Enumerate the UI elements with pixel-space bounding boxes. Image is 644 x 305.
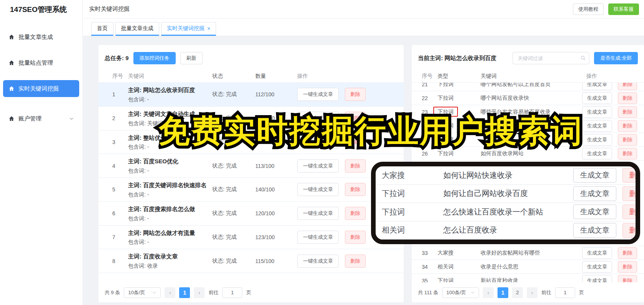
delete-button[interactable]: 删除	[618, 92, 637, 104]
page-2-button[interactable]: 2	[512, 287, 523, 298]
table-row[interactable]: 8 主词: 百度收录文章 包含词: 收录 状态: 完成 115/100 一键生成…	[98, 249, 404, 273]
task-count: 113/100	[255, 163, 297, 169]
keyword-type-value: 相关词	[438, 263, 454, 270]
generate-article-button[interactable]: 一键生成文章	[297, 159, 339, 173]
table-row[interactable]: 4 主词: 百度SEO优化 包含词: - 状态: 完成 113/100 一键生成…	[98, 154, 404, 178]
delete-button[interactable]: 删除	[618, 148, 637, 159]
generate-article-button[interactable]: 一键生成文章	[297, 136, 339, 149]
sidebar-item-article-generation[interactable]: 批量文章生成	[3, 28, 79, 45]
delete-button[interactable]: 删除	[618, 275, 637, 283]
delete-button[interactable]: 删除	[345, 88, 366, 101]
table-row[interactable]: 5 主词: 百度关键词排名快速排名 包含词: - 状态: 完成 140/100 …	[98, 178, 404, 202]
generate-article-button[interactable]: 生成文章	[582, 106, 612, 118]
delete-button[interactable]: 删除	[618, 247, 637, 259]
generate-article-button[interactable]: 生成文章	[573, 204, 616, 219]
delete-button[interactable]: 删除	[618, 106, 637, 118]
contact-support-button[interactable]: 联系客服	[608, 3, 639, 15]
breadcrumb: 实时关键词挖掘	[89, 5, 130, 13]
keyword-text: 怎么让百度收录	[443, 225, 573, 235]
generate-filter-button[interactable]: 是否生成:全部	[594, 52, 638, 64]
row-actions: 一键生成文章 删除	[297, 255, 404, 268]
table-row[interactable]: 6 主词: 百度搜索排名怎么做 包含词: - 状态: 完成 120/100 一键…	[98, 202, 404, 226]
delete-button[interactable]: 删除	[622, 168, 640, 183]
page-1-button[interactable]: 1	[179, 287, 190, 298]
table-row[interactable]: 26 下拉词 如何百度收录网站 生成文章 删除	[412, 147, 644, 161]
generate-article-button[interactable]: 生成文章	[582, 120, 612, 132]
task-status: 状态: 完成	[212, 163, 255, 169]
task-contain-word: 包含词: 关键词生成	[128, 120, 212, 127]
table-row[interactable]: 33 大家搜 收录好的发帖网站有哪些 生成文章 删除	[412, 246, 644, 260]
delete-button[interactable]: 删除	[345, 183, 366, 196]
generate-article-button[interactable]: 生成文章	[573, 186, 616, 201]
table-row[interactable]: 25 大家搜 生成文章 删除	[412, 133, 644, 147]
table-row[interactable]: 35 下拉词 新站百度秒收录 生成文章 删除	[412, 274, 644, 282]
delete-button[interactable]: 删除	[618, 261, 637, 273]
keyword-text: 如何让自己网站收录百度	[443, 188, 573, 199]
delete-button[interactable]: 删除	[345, 159, 366, 173]
table-row[interactable]: 3 主词: 整站优化 包含词: - 状态: 完成 一键生成文章 删除	[98, 131, 404, 154]
generate-article-button[interactable]: 一键生成文章	[297, 231, 339, 244]
row-index: 6	[98, 210, 128, 216]
next-page-button[interactable]: ›	[527, 287, 537, 298]
generate-article-button[interactable]: 一键生成文章	[297, 112, 339, 125]
next-page-button[interactable]: ›	[194, 287, 205, 298]
sidebar-item-site-management[interactable]: 批量站点管理	[3, 54, 79, 71]
row-keyword: 主词: 百度SEO优化 包含词: -	[128, 157, 212, 174]
tab-home[interactable]: 首页	[91, 22, 113, 36]
keyword-text: 哪些平台发文容易被百度收录	[481, 109, 582, 116]
delete-button[interactable]: 删除	[345, 136, 366, 149]
table-row[interactable]: 21 下拉词 哪个网站发帖可以上百度首页 生成文章 删除	[412, 83, 644, 91]
delete-button[interactable]: 删除	[618, 83, 637, 90]
generate-article-button[interactable]: 生成文章	[582, 148, 612, 159]
tutorial-button[interactable]: 使用教程	[573, 3, 604, 15]
generate-article-button[interactable]: 生成文章	[582, 275, 612, 283]
add-mining-task-button[interactable]: 添加挖词任务	[133, 52, 176, 64]
generate-article-button[interactable]: 生成文章	[582, 92, 612, 104]
table-row[interactable]: 23 下拉词 哪些平台发文容易被百度收录 生成文章 删除	[412, 105, 644, 119]
generate-article-button[interactable]: 生成文章	[582, 247, 612, 259]
table-row[interactable]: 2 主词: 关键词文章自动生成 包含词: 关键词生成 状态: 完成 100/10…	[98, 107, 404, 131]
generate-article-button[interactable]: 一键生成文章	[297, 88, 339, 101]
table-row[interactable]: 24 下拉词 生成文章 删除	[412, 119, 644, 133]
prev-page-button[interactable]: ‹	[483, 287, 494, 298]
refresh-button[interactable]: 刷新	[180, 52, 203, 64]
delete-button[interactable]: 删除	[622, 204, 640, 219]
tab-keyword-mining[interactable]: 实时关键词挖掘 ×	[161, 22, 216, 36]
delete-button[interactable]: 删除	[345, 255, 366, 268]
tab-article-generation[interactable]: 批量文章生成	[115, 22, 159, 36]
prev-page-button[interactable]: ‹	[165, 287, 175, 298]
generate-article-button[interactable]: 生成文章	[573, 168, 616, 183]
task-contain-word: 包含词: -	[128, 96, 212, 103]
delete-button[interactable]: 删除	[622, 223, 640, 238]
page-size-select[interactable]: 10条/页	[124, 287, 161, 298]
generate-article-button[interactable]: 生成文章	[582, 83, 612, 90]
keyword-filter-input[interactable]	[513, 52, 589, 64]
generate-article-button[interactable]: 生成文章	[582, 261, 612, 273]
goto-page-input[interactable]	[555, 287, 575, 298]
generate-article-button[interactable]: 一键生成文章	[297, 183, 339, 196]
delete-button[interactable]: 删除	[618, 134, 637, 146]
sidebar-item-account[interactable]: 账户管理	[3, 110, 79, 127]
delete-button[interactable]: 删除	[345, 207, 366, 220]
goto-page-input[interactable]	[222, 287, 242, 298]
generate-article-button[interactable]: 生成文章	[582, 134, 612, 146]
delete-button[interactable]: 删除	[345, 231, 366, 244]
generate-article-button[interactable]: 一键生成文章	[297, 255, 339, 268]
table-row[interactable]: 7 主词: 网站怎么做才有流量 包含词: - 状态: 完成 123/100 一键…	[98, 226, 404, 250]
table-row[interactable]: 34 相关词 收录是什么意思 生成文章 删除	[412, 260, 644, 274]
table-row[interactable]: 1 主词: 网站怎么收录到百度 包含词: - 状态: 完成 112/100 一键…	[98, 83, 404, 107]
delete-button[interactable]: 删除	[618, 120, 637, 132]
row-index: 3	[98, 139, 128, 145]
close-icon[interactable]: ×	[207, 25, 210, 32]
app-window: 147SEO管理系统 批量文章生成 批量站点管理 实时关键词挖掘 账户管理	[0, 0, 644, 305]
page-1-button[interactable]: 1	[498, 287, 508, 298]
task-main-word: 主词: 网站怎么做才有流量	[128, 229, 212, 237]
table-row[interactable]: 22 下拉词 哪个网站百度收录快 生成文章 删除	[412, 91, 644, 105]
delete-button[interactable]: 删除	[345, 112, 366, 125]
delete-button[interactable]: 删除	[622, 186, 640, 201]
sidebar-item-keyword-mining[interactable]: 实时关键词挖掘	[3, 80, 79, 97]
page-size-select[interactable]: 100条/页	[442, 287, 479, 298]
generate-article-button[interactable]: 一键生成文章	[297, 207, 339, 220]
generate-article-button[interactable]: 生成文章	[573, 223, 616, 238]
row-index: 2	[98, 115, 128, 121]
